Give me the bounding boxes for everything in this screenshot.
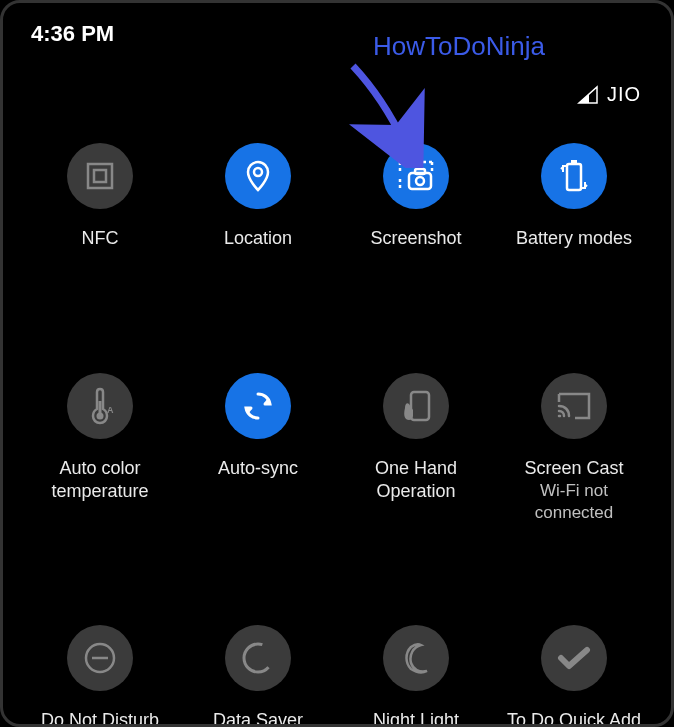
nfc-icon [67, 143, 133, 209]
svg-point-5 [416, 177, 424, 185]
tile-label: To Do Quick Add [507, 709, 641, 727]
phone-frame: 4:36 PM HowToDoNinja JIO NFC [0, 0, 674, 727]
annotation-arrow-icon [333, 58, 433, 168]
tile-nfc[interactable]: NFC [25, 143, 175, 273]
tile-label: Auto-sync [218, 457, 298, 503]
tile-label: NFC [82, 227, 119, 273]
status-right: JIO [577, 83, 641, 106]
signal-icon [577, 85, 599, 105]
tile-auto-color-temperature[interactable]: A Auto color temperature [25, 373, 175, 525]
status-time: 4:36 PM [31, 21, 114, 47]
tile-label: Screen Cast Wi-Fi not connected [499, 457, 649, 525]
tile-auto-sync[interactable]: Auto-sync [183, 373, 333, 525]
carrier-label: JIO [607, 83, 641, 106]
svg-rect-4 [415, 169, 425, 174]
dnd-icon [67, 625, 133, 691]
tile-one-hand-operation[interactable]: One Hand Operation [341, 373, 491, 525]
tile-label: Auto color temperature [25, 457, 175, 504]
tile-label-main: Night Light [373, 710, 459, 727]
moon-icon [383, 625, 449, 691]
tile-label: Location [224, 227, 292, 273]
svg-rect-11 [411, 392, 429, 420]
battery-icon [541, 143, 607, 209]
check-icon [541, 625, 607, 691]
svg-point-2 [254, 168, 262, 176]
annotation-text: HowToDoNinja [373, 31, 545, 62]
data-saver-icon [225, 625, 291, 691]
status-bar: 4:36 PM [3, 3, 671, 53]
tile-label: One Hand Operation [341, 457, 491, 504]
tile-label: Data Saver [213, 709, 303, 727]
tile-sublabel: Wi-Fi not connected [499, 480, 649, 524]
tile-label: Screenshot [370, 227, 461, 273]
svg-rect-6 [567, 164, 581, 190]
svg-point-8 [97, 413, 104, 420]
tile-battery-modes[interactable]: Battery modes [499, 143, 649, 273]
thermometer-icon: A [67, 373, 133, 439]
svg-text:A: A [107, 405, 114, 415]
svg-rect-0 [88, 164, 112, 188]
sync-icon [225, 373, 291, 439]
svg-rect-7 [571, 160, 577, 164]
tile-night-light[interactable]: Night Light On at sunset [341, 625, 491, 727]
tile-screen-cast[interactable]: Screen Cast Wi-Fi not connected [499, 373, 649, 525]
tile-do-not-disturb[interactable]: Do Not Disturb [25, 625, 175, 727]
cast-icon [541, 373, 607, 439]
tile-location[interactable]: Location [183, 143, 333, 273]
svg-point-14 [244, 644, 272, 672]
svg-rect-1 [94, 170, 106, 182]
tile-label: Do Not Disturb [41, 709, 159, 727]
tile-label-main: Screen Cast [524, 458, 623, 478]
one-hand-icon [383, 373, 449, 439]
tile-todo-quick-add[interactable]: To Do Quick Add [499, 625, 649, 727]
tile-label: Night Light On at sunset [368, 709, 464, 727]
tile-label: Battery modes [516, 227, 632, 273]
location-icon [225, 143, 291, 209]
svg-rect-3 [409, 173, 431, 189]
tile-data-saver[interactable]: Data Saver [183, 625, 333, 727]
